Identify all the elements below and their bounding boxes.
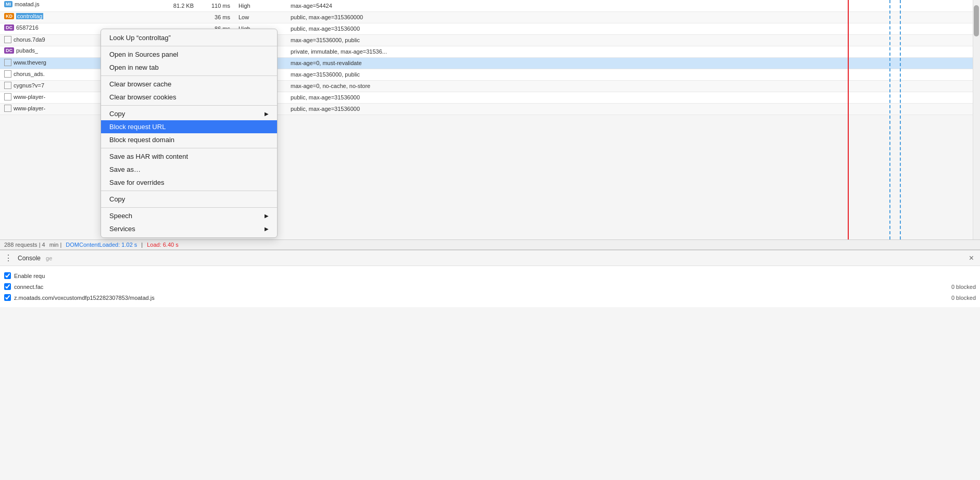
- moatads-blocked-count: 0 blocked: [951, 295, 976, 301]
- resource-badge: MI: [4, 1, 12, 7]
- menu-item-label: Block request domain: [109, 136, 269, 144]
- moatads-row: z.moatads.com/voxcustomdfp152282307853/m…: [4, 292, 976, 303]
- moatads-checkbox[interactable]: [4, 294, 11, 301]
- menu-separator: [101, 46, 277, 46]
- menu-item-label: Look Up “controltag”: [109, 34, 269, 42]
- time-cell: 110 ms: [198, 0, 234, 11]
- menu-separator: [101, 207, 277, 208]
- file-icon: [4, 105, 11, 112]
- enable-request-label: Enable requ: [14, 273, 45, 279]
- menu-item-label: Services: [109, 225, 260, 233]
- resource-name: 6587216: [16, 24, 39, 31]
- submenu-arrow-icon: ▶: [265, 213, 269, 219]
- cache-cell: max-age=0, must-revalidate: [286, 57, 973, 69]
- resource-name: chorus.7da9: [14, 36, 45, 43]
- cache-cell: public, max-age=315360000: [286, 11, 973, 23]
- size-cell: 81.2 KB: [156, 0, 198, 11]
- connect-fac-row: connect.fac 0 blocked: [4, 281, 976, 292]
- resource-name: moatad.js: [15, 1, 40, 7]
- menu-item-copy1[interactable]: Copy▶: [101, 107, 277, 120]
- filter-input-area: ge: [46, 255, 52, 261]
- bottom-panel-header: ⋮ Console ge ×: [0, 250, 980, 266]
- resource-badge: DC: [4, 47, 14, 54]
- menu-item-label: Copy: [109, 110, 260, 118]
- moatads-label: z.moatads.com/voxcustomdfp152282307853/m…: [14, 295, 155, 301]
- enable-request-checkbox[interactable]: [4, 272, 11, 279]
- menu-item-label: Save for overrides: [109, 179, 269, 186]
- size-cell: [156, 11, 198, 23]
- time-cell: 36 ms: [198, 11, 234, 23]
- console-title: Console: [18, 255, 41, 262]
- resource-name: www-player-: [14, 105, 45, 111]
- request-count: 288 requests | 4: [4, 242, 45, 248]
- resource-name: pubads_: [16, 47, 38, 54]
- scrollbar-track[interactable]: [973, 0, 980, 239]
- cache-cell: public, max-age=31536000: [286, 92, 973, 103]
- priority-cell: High: [234, 0, 286, 11]
- menu-separator: [101, 75, 277, 76]
- menu-item-label: Open in new tab: [109, 64, 269, 71]
- resource-badge: DC: [4, 24, 14, 31]
- menu-separator: [101, 105, 277, 106]
- menu-item-block-url[interactable]: Block request URL: [101, 120, 277, 133]
- cache-cell: public, max-age=31536000: [286, 103, 973, 115]
- scrollbar-thumb[interactable]: [974, 5, 979, 36]
- menu-item-save-har[interactable]: Save as HAR with content: [101, 150, 277, 163]
- name-cell: KDcontroltag: [0, 12, 156, 20]
- cache-cell: public, max-age=31536000: [286, 23, 973, 34]
- menu-item-label: Speech: [109, 212, 260, 220]
- resource-name: cygnus?v=7: [14, 82, 44, 89]
- menu-item-label: Copy: [109, 195, 269, 203]
- menu-item-speech[interactable]: Speech▶: [101, 209, 277, 222]
- file-icon: [4, 93, 11, 100]
- priority-cell: Low: [234, 11, 286, 23]
- load-time: Load: 6.40 s: [147, 242, 179, 248]
- panel-content: Enable requ connect.fac 0 blocked z.moat…: [0, 266, 980, 307]
- menu-item-label: Clear browser cache: [109, 80, 269, 88]
- enable-request-row: Enable requ: [4, 270, 976, 281]
- context-menu: Look Up “controltag”Open in Sources pane…: [100, 29, 278, 238]
- domcontent-loaded: DOMContentLoaded: 1.02 s: [66, 242, 137, 248]
- menu-item-clear-cookies[interactable]: Clear browser cookies: [101, 91, 277, 104]
- connect-fac-checkbox[interactable]: [4, 283, 11, 290]
- min-text: min |: [49, 242, 62, 248]
- menu-item-open-new-tab[interactable]: Open in new tab: [101, 61, 277, 74]
- table-row[interactable]: MImoatad.js81.2 KB110 msHighmax-age=5442…: [0, 0, 980, 11]
- panel-menu-icon[interactable]: ⋮: [4, 253, 12, 263]
- connect-blocked-count: 0 blocked: [951, 284, 976, 290]
- file-icon: [4, 82, 11, 89]
- menu-item-label: Save as HAR with content: [109, 153, 269, 160]
- resource-badge: KD: [4, 13, 14, 19]
- menu-item-block-domain[interactable]: Block request domain: [101, 133, 277, 146]
- menu-separator: [101, 148, 277, 148]
- menu-item-lookup[interactable]: Look Up “controltag”: [101, 31, 277, 44]
- menu-item-services[interactable]: Services▶: [101, 222, 277, 235]
- menu-item-open-sources[interactable]: Open in Sources panel: [101, 48, 277, 61]
- table-row[interactable]: KDcontroltag36 msLowpublic, max-age=3153…: [0, 11, 980, 23]
- submenu-arrow-icon: ▶: [265, 226, 269, 232]
- bottom-panel: ⋮ Console ge × Enable requ connect.fac 0…: [0, 249, 980, 307]
- menu-item-clear-cache[interactable]: Clear browser cache: [101, 78, 277, 91]
- close-button[interactable]: ×: [967, 254, 976, 263]
- cache-cell: max-age=0, no-cache, no-store: [286, 80, 973, 92]
- menu-item-label: Block request URL: [109, 123, 269, 131]
- file-icon: [4, 36, 11, 43]
- resource-name: controltag: [16, 13, 43, 19]
- menu-item-label: Open in Sources panel: [109, 50, 269, 58]
- file-icon: [4, 70, 11, 78]
- name-cell: MImoatad.js: [0, 0, 156, 8]
- resource-name: chorus_ads.: [14, 71, 45, 77]
- menu-item-copy2[interactable]: Copy: [101, 193, 277, 206]
- cache-cell: max-age=31536000, public: [286, 69, 973, 80]
- status-bar: 288 requests | 4 min | DOMContentLoaded:…: [0, 239, 980, 249]
- menu-item-save-overrides[interactable]: Save for overrides: [101, 176, 277, 189]
- resource-name: www.theverg: [14, 59, 46, 66]
- submenu-arrow-icon: ▶: [265, 111, 269, 117]
- menu-item-save-as[interactable]: Save as…: [101, 163, 277, 176]
- menu-item-label: Save as…: [109, 166, 269, 173]
- resource-name: www-player-: [14, 94, 45, 100]
- menu-item-label: Clear browser cookies: [109, 93, 269, 101]
- menu-separator: [101, 191, 277, 191]
- cache-cell: private, immutable, max-age=31536...: [286, 46, 973, 57]
- file-icon: [4, 59, 11, 66]
